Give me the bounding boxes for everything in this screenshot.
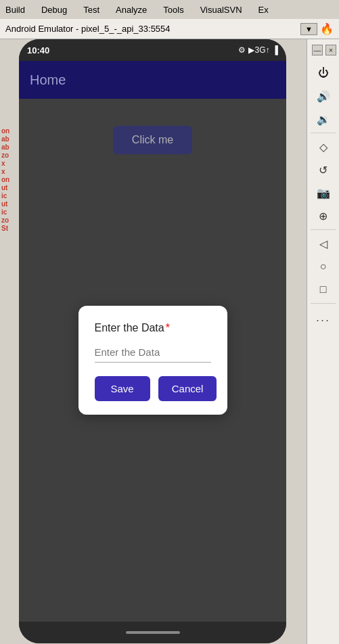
menu-tools[interactable]: Tools bbox=[160, 3, 186, 16]
menu-build[interactable]: Build bbox=[3, 3, 28, 16]
left-panel-item: on bbox=[0, 176, 19, 183]
menu-bar: Build Debug Test Analyze Tools VisualSVN… bbox=[0, 0, 339, 19]
left-panel-item: on bbox=[0, 127, 19, 135]
erase-icon: ◇ bbox=[319, 141, 327, 154]
menu-visualsvn[interactable]: VisualSVN bbox=[198, 3, 245, 16]
zoom-icon: ⊕ bbox=[319, 210, 327, 223]
emulator-minimize-button[interactable]: — bbox=[312, 45, 323, 55]
phone-frame: 10:40 ⚙ ▶3G↑ ▐ Home Click me Enter bbox=[19, 39, 286, 643]
left-panel-item: zo bbox=[0, 216, 19, 224]
left-panel-item: ic bbox=[0, 208, 19, 216]
menu-debug[interactable]: Debug bbox=[39, 3, 70, 16]
emulator-vol-up-button[interactable]: 🔊 bbox=[313, 85, 334, 107]
emulator-divider-2 bbox=[311, 229, 336, 230]
emulator-power-button[interactable]: ⏻ bbox=[313, 62, 334, 84]
left-panel-item: ic bbox=[0, 192, 19, 200]
left-panel-item: ut bbox=[0, 184, 19, 191]
menu-analyze[interactable]: Analyze bbox=[113, 3, 150, 16]
vol-up-icon: 🔊 bbox=[317, 90, 330, 103]
dialog-title-text: Enter the Data bbox=[95, 322, 164, 334]
status-bar: 10:40 ⚙ ▶3G↑ ▐ bbox=[19, 39, 286, 61]
more-icon: ··· bbox=[316, 313, 330, 327]
vol-down-icon: 🔉 bbox=[317, 113, 330, 126]
status-time: 10:40 bbox=[27, 45, 49, 55]
left-panel-item: St bbox=[0, 225, 19, 232]
left-panel-item: zo bbox=[0, 152, 19, 159]
emulator-controls: — × ⏻ 🔊 🔉 ◇ ↺ 📷 ⊕ ◁ ○ bbox=[307, 39, 339, 644]
emulator-camera-button[interactable]: 📷 bbox=[313, 182, 334, 204]
emulator-divider-3 bbox=[311, 303, 336, 304]
app-title: Home bbox=[30, 72, 66, 88]
rotate-icon: ↺ bbox=[319, 164, 327, 177]
emulator-window-controls: — × bbox=[307, 45, 339, 61]
home-icon: ○ bbox=[320, 260, 327, 273]
emulator-more-button[interactable]: ··· bbox=[313, 309, 334, 331]
emulator-dropdown-button[interactable]: ▼ bbox=[300, 23, 317, 35]
flame-icon: 🔥 bbox=[320, 22, 334, 35]
left-panel: on ab ab zo x x on ut ic ut ic zo St bbox=[0, 39, 19, 644]
dialog-buttons: Save Cancel bbox=[95, 376, 211, 401]
battery-icon: ▐ bbox=[272, 45, 278, 55]
dialog-box: Enter the Data * Save Cancel bbox=[78, 306, 227, 415]
emulator-close-button[interactable]: × bbox=[325, 45, 336, 55]
emulator-rotate-button[interactable]: ↺ bbox=[313, 159, 334, 181]
left-panel-item: ut bbox=[0, 200, 19, 208]
main-content: on ab ab zo x x on ut ic ut ic zo St 10:… bbox=[0, 39, 339, 644]
emulator-title-bar: Android Emulator - pixel_5_-_api_33:5554… bbox=[0, 19, 339, 39]
power-icon: ⏻ bbox=[318, 67, 329, 79]
dialog-cancel-button[interactable]: Cancel bbox=[158, 376, 217, 401]
left-panel-item: x bbox=[0, 168, 19, 175]
emulator-back-button[interactable]: ◁ bbox=[313, 233, 334, 254]
settings-status-icon: ⚙ bbox=[238, 45, 246, 55]
emulator-divider-1 bbox=[311, 133, 336, 133]
dialog-overlay: Enter the Data * Save Cancel bbox=[19, 99, 286, 622]
phone-bottom-bar bbox=[19, 622, 286, 643]
signal-icon: ▶3G↑ bbox=[248, 45, 269, 55]
emulator-vol-down-button[interactable]: 🔉 bbox=[313, 108, 334, 130]
emulator-home-button[interactable]: ○ bbox=[313, 256, 334, 277]
left-panel-item: ab bbox=[0, 135, 19, 143]
dialog-required-marker: * bbox=[166, 322, 170, 334]
menu-ex[interactable]: Ex bbox=[256, 3, 271, 16]
home-indicator bbox=[126, 631, 180, 634]
left-panel-item: ab bbox=[0, 143, 19, 151]
phone-content: Click me Enter the Data * Save Cancel bbox=[19, 99, 286, 622]
back-icon: ◁ bbox=[319, 237, 327, 250]
status-icons: ⚙ ▶3G↑ ▐ bbox=[238, 45, 278, 55]
emulator-zoom-button[interactable]: ⊕ bbox=[313, 205, 334, 227]
emulator-recents-button[interactable]: □ bbox=[313, 279, 334, 300]
emulator-title: Android Emulator - pixel_5_-_api_33:5554 bbox=[5, 24, 299, 34]
app-bar: Home bbox=[19, 61, 286, 99]
dialog-title: Enter the Data * bbox=[95, 322, 211, 334]
dialog-input[interactable] bbox=[95, 342, 211, 363]
emulator-erase-button[interactable]: ◇ bbox=[313, 136, 334, 158]
recents-icon: □ bbox=[320, 283, 327, 296]
camera-icon: 📷 bbox=[317, 187, 330, 200]
left-panel-item: x bbox=[0, 160, 19, 167]
phone-wrapper: 10:40 ⚙ ▶3G↑ ▐ Home Click me Enter bbox=[19, 39, 307, 644]
dialog-save-button[interactable]: Save bbox=[95, 376, 150, 401]
menu-test[interactable]: Test bbox=[81, 3, 102, 16]
